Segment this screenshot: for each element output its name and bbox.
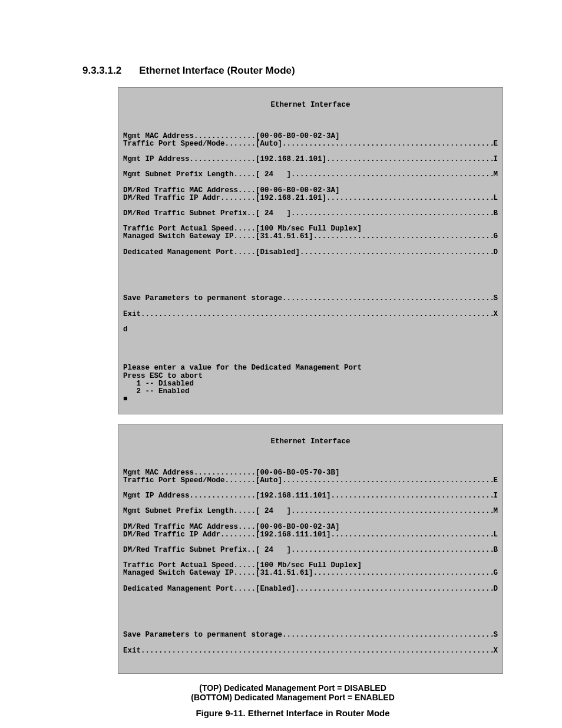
term2-line: DM/Red Traffic Subnet Prefix..[ 24 ]B	[123, 546, 498, 554]
section-heading: 9.3.3.1.2Ethernet Interface (Router Mode…	[82, 65, 503, 77]
section-title: Ethernet Interface (Router Mode)	[139, 65, 295, 76]
term2-line: Mgmt Subnet Prefix Length.....[ 24 ]M	[123, 508, 498, 515]
term1-option: 2 -- Enabled	[123, 387, 190, 396]
term1-option: 1 -- Disabled	[123, 380, 194, 388]
terminal-title: Ethernet Interface	[123, 438, 498, 446]
terminal-screenshot-bottom: Ethernet Interface Mgmt MAC Address.....…	[118, 424, 503, 674]
term1-line: Managed Switch Gateway IP.....[31.41.51.…	[123, 233, 498, 241]
term1-prompt: Press ESC to abort	[123, 372, 203, 380]
caption-top: (TOP) Dedicated Management Port = DISABL…	[82, 683, 503, 693]
term1-line: Traffic Port Speed/Mode.......[Auto]E	[123, 140, 498, 148]
figure-title: Figure 9-11. Ethernet Interface in Route…	[82, 708, 503, 718]
term1-line: Mgmt Subnet Prefix Length.....[ 24 ]M	[123, 171, 498, 179]
caption-bottom: (BOTTOM) Dedicated Management Port = ENA…	[82, 693, 503, 702]
term1-line: DM/Red Traffic MAC Address....[00-06-B0-…	[123, 186, 340, 195]
term2-line: Mgmt IP Address...............[192.168.1…	[123, 492, 498, 500]
term1-line: DM/Red Traffic IP Addr........[192.168.2…	[123, 195, 498, 202]
term2-line: Traffic Port Actual Speed.....[100 Mb/se…	[123, 561, 362, 569]
term2-line: Dedicated Management Port.....[Enabled]D	[123, 585, 498, 593]
term1-save: Save Parameters to permanent storageS	[123, 295, 498, 302]
term1-d: d	[123, 325, 128, 334]
terminal-screenshot-top: Ethernet Interface Mgmt MAC Address.....…	[118, 87, 503, 414]
term2-save: Save Parameters to permanent storageS	[123, 631, 498, 639]
cursor-icon: ■	[123, 395, 128, 403]
term1-line: DM/Red Traffic Subnet Prefix..[ 24 ]B	[123, 210, 498, 218]
term2-exit: ExitX	[123, 647, 498, 655]
term1-line: Traffic Port Actual Speed.....[100 Mb/se…	[123, 225, 362, 233]
term2-line: DM/Red Traffic MAC Address....[00-06-B0-…	[123, 523, 340, 531]
term1-line: Mgmt MAC Address..............[00-06-B0-…	[123, 132, 340, 140]
term1-exit: ExitX	[123, 311, 498, 318]
term2-line: DM/Red Traffic IP Addr........[192.168.1…	[123, 531, 498, 539]
term2-line: Mgmt MAC Address..............[00-06-B0-…	[123, 469, 340, 477]
terminal-title: Ethernet Interface	[123, 101, 498, 109]
section-number: 9.3.3.1.2	[82, 65, 121, 77]
term1-line: Mgmt IP Address...............[192.168.2…	[123, 156, 498, 163]
term1-line: Dedicated Management Port.....[Disabled]…	[123, 249, 498, 256]
term2-line: Managed Switch Gateway IP.....[31.41.51.…	[123, 569, 498, 577]
term2-line: Traffic Port Speed/Mode.......[Auto]E	[123, 477, 498, 485]
term1-prompt: Please enter a value for the Dedicated M…	[123, 364, 362, 372]
